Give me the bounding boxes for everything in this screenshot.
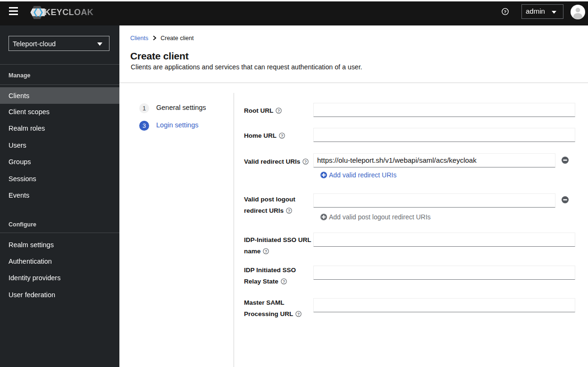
svg-text:?: ? xyxy=(283,279,285,284)
svg-text:?: ? xyxy=(288,209,290,213)
svg-text:?: ? xyxy=(297,312,300,317)
svg-text:?: ? xyxy=(504,9,506,14)
svg-text:?: ? xyxy=(281,133,283,138)
svg-text:?: ? xyxy=(277,108,280,113)
svg-text:?: ? xyxy=(265,249,267,254)
svg-text:?: ? xyxy=(304,159,307,164)
